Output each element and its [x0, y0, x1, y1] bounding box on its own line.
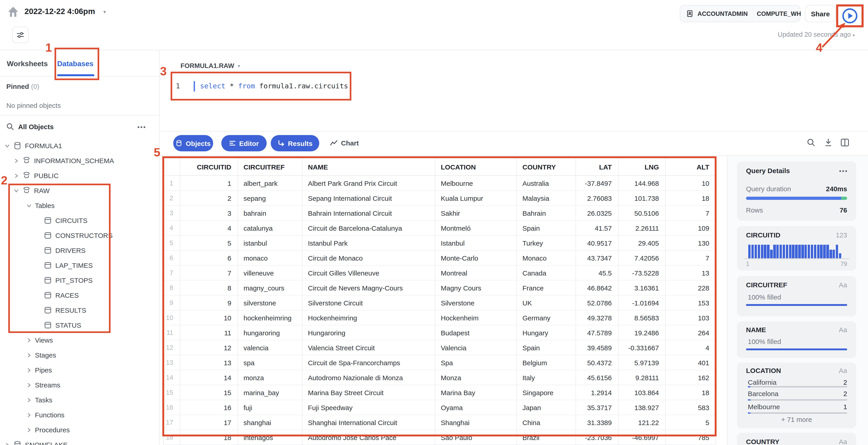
column-header-rownum[interactable]: [164, 158, 180, 175]
name-stat-card[interactable]: NAME Aa 100% filled: [737, 321, 856, 358]
tree-item-tables[interactable]: Tables: [0, 198, 159, 213]
tree-item-streams[interactable]: Streams: [0, 377, 159, 392]
tree-item-constructors[interactable]: CONSTRUCTORS: [0, 228, 159, 243]
tree-item-formula1[interactable]: FORMULA1: [0, 138, 159, 153]
tree-item-public[interactable]: PUBLIC: [0, 168, 159, 183]
table-cell: 401: [666, 355, 716, 370]
table-row[interactable]: 11albert_parkAlbert Park Grand Prix Circ…: [163, 176, 716, 191]
chevron-right-icon[interactable]: [26, 352, 32, 358]
table-cell: 153: [666, 296, 716, 310]
object-search[interactable]: All Objects: [18, 123, 54, 131]
chevron-down-icon[interactable]: ▾: [103, 9, 106, 15]
tree-item-tasks[interactable]: Tasks: [0, 392, 159, 407]
chevron-right-icon[interactable]: [26, 397, 32, 403]
column-header-location[interactable]: LOCATION: [435, 158, 517, 175]
table-row[interactable]: 1818interlagosAutódromo José Carlos Pace…: [163, 430, 716, 445]
table-row[interactable]: 66monacoCircuit de MonacoMonte-CarloMona…: [163, 250, 716, 266]
query-details-menu-icon[interactable]: •••: [839, 168, 848, 174]
circuitref-stat-card[interactable]: CIRCUITREF Aa 100% filled: [737, 276, 856, 316]
chevron-right-icon[interactable]: [26, 367, 32, 373]
tab-databases[interactable]: Databases: [57, 60, 93, 68]
download-icon[interactable]: [824, 138, 833, 147]
tree-item-races[interactable]: RACES: [0, 288, 159, 303]
location-value-name: California: [748, 378, 777, 386]
tree-item-procedures[interactable]: Procedures: [0, 422, 159, 437]
table-row[interactable]: 99silverstoneSilverstone CircuitSilverst…: [163, 296, 716, 310]
column-header-lat[interactable]: LAT: [576, 158, 619, 175]
chart-icon[interactable]: [330, 139, 338, 147]
chevron-right-icon[interactable]: [26, 382, 32, 388]
columns-panel-icon[interactable]: [840, 138, 849, 147]
tab-results[interactable]: Results: [271, 135, 319, 151]
home-icon[interactable]: [7, 6, 19, 18]
table-row[interactable]: 1414monzaAutodromo Nazionale di MonzaMon…: [163, 370, 716, 385]
snowsight-worksheet: 2022-12-22 4:06pm ▾ ACCOUNTADMIN COMPUTE…: [0, 0, 868, 445]
tree-item-views[interactable]: Views: [0, 333, 159, 348]
tab-editor[interactable]: Editor: [221, 135, 267, 151]
tree-item-snowflake[interactable]: SNOWFLAKE: [0, 437, 159, 445]
objects-label: Objects: [186, 139, 211, 147]
table-row[interactable]: 1010hockenheimringHockenheimringHockenhe…: [163, 310, 716, 326]
tree-item-functions[interactable]: Functions: [0, 407, 159, 422]
tree-item-label: CONSTRUCTORS: [55, 232, 113, 239]
table-row[interactable]: 1717shanghaiShanghai International Circu…: [163, 415, 716, 430]
location-stat-card[interactable]: LOCATION Aa California 2 Barcelona 2 Mel…: [737, 363, 856, 428]
column-header-country[interactable]: COUNTRY: [517, 158, 576, 175]
country-stat-card[interactable]: COUNTRY Aa: [737, 433, 856, 445]
column-header-name[interactable]: NAME: [303, 158, 435, 175]
tree-item-stages[interactable]: Stages: [0, 348, 159, 363]
share-button[interactable]: Share: [805, 5, 836, 22]
chevron-right-icon[interactable]: [26, 337, 32, 343]
tree-item-status[interactable]: STATUS: [0, 318, 159, 333]
chevron-down-icon[interactable]: [4, 143, 10, 148]
table-row[interactable]: 22sepangSepang International CircuitKual…: [163, 191, 716, 206]
table-row[interactable]: 88magny_coursCircuit de Nevers Magny-Cou…: [163, 280, 716, 296]
tree-item-raw[interactable]: RAW: [0, 183, 159, 198]
chevron-right-icon[interactable]: [13, 158, 19, 163]
more-options-icon[interactable]: •••: [137, 124, 146, 131]
search-icon[interactable]: [6, 123, 14, 131]
tab-chart[interactable]: Chart: [341, 139, 359, 147]
tab-objects[interactable]: Objects: [173, 135, 213, 151]
table-row[interactable]: 1313spaCircuit de Spa-FrancorchampsSpaBe…: [163, 355, 716, 370]
table-cell: Circuit de Spa-Francorchamps: [303, 355, 435, 370]
tab-worksheets[interactable]: Worksheets: [7, 60, 48, 68]
circuitid-stat-card[interactable]: CIRCUITID 123 1 79: [737, 226, 856, 271]
tree-item-circuits[interactable]: CIRCUITS: [0, 213, 159, 228]
table-row[interactable]: 1515marina_bayMarina Bay Street CircuitM…: [163, 385, 716, 400]
table-row[interactable]: 33bahrainBahrain International CircuitSa…: [163, 206, 716, 221]
table-row[interactable]: 44catalunyaCircuit de Barcelona-Cataluny…: [163, 221, 716, 236]
table-cell: Magny Cours: [435, 280, 517, 295]
column-header-circuitid[interactable]: CIRCUITID: [180, 158, 238, 175]
tree-item-drivers[interactable]: DRIVERS: [0, 243, 159, 258]
table-row[interactable]: 77villeneuveCircuit Gilles VilleneuveMon…: [163, 266, 716, 280]
editor-context-selector[interactable]: FORMULA1.RAW ▾: [181, 62, 240, 69]
location-more-link[interactable]: + 71 more: [737, 415, 856, 423]
run-button[interactable]: [839, 6, 861, 26]
updated-status[interactable]: Updated 20 seconds ago ▾: [778, 31, 855, 38]
tree-item-results[interactable]: RESULTS: [0, 303, 159, 318]
tree-item-lap_times[interactable]: LAP_TIMES: [0, 258, 159, 273]
column-header-circuitref[interactable]: CIRCUITREF: [238, 158, 303, 175]
column-header-alt[interactable]: ALT: [666, 158, 716, 175]
worksheet-title[interactable]: 2022-12-22 4:06pm: [25, 7, 95, 16]
search-results-icon[interactable]: [807, 138, 815, 147]
tree-item-pit_stops[interactable]: PIT_STOPS: [0, 273, 159, 288]
chevron-right-icon[interactable]: [26, 412, 32, 418]
tree-item-information_schema[interactable]: INFORMATION_SCHEMA: [0, 153, 159, 168]
chevron-down-icon[interactable]: [26, 203, 32, 208]
column-header-lng[interactable]: LNG: [619, 158, 666, 175]
table-row[interactable]: 1616fujiFuji SpeedwayOyamaJapan35.371713…: [163, 400, 716, 415]
chevron-down-icon[interactable]: [13, 188, 19, 193]
tree-item-pipes[interactable]: Pipes: [0, 363, 159, 377]
chevron-right-icon[interactable]: [26, 427, 32, 433]
table-row[interactable]: 1111hungaroringHungaroringBudapestHungar…: [163, 326, 716, 340]
chevron-right-icon[interactable]: [4, 442, 10, 445]
table-cell: valencia: [238, 340, 303, 355]
filters-button[interactable]: [12, 27, 29, 43]
table-row[interactable]: 55istanbulIstanbul ParkIstanbulTurkey40.…: [163, 236, 716, 250]
chevron-right-icon[interactable]: [13, 173, 19, 178]
table-row[interactable]: 1212valenciaValencia Street CircuitValen…: [163, 340, 716, 355]
context-selector[interactable]: ACCOUNTADMIN COMPUTE_WH: [680, 5, 800, 22]
sql-editor-line[interactable]: select * from formula1.raw.circuits: [200, 81, 348, 92]
